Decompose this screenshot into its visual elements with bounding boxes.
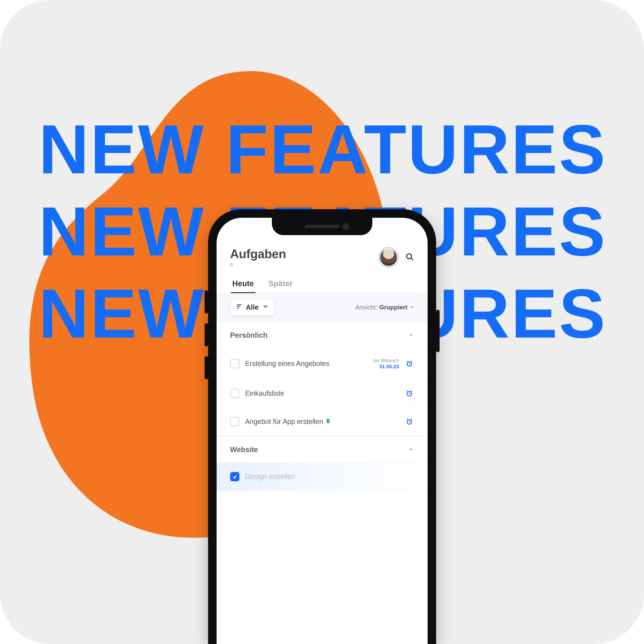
chevron-up-icon — [408, 446, 414, 453]
promo-card: NEW FEATURES NEW FEATURES NEW FEATURES A… — [0, 0, 644, 644]
section-header-website[interactable]: Website — [217, 436, 428, 463]
filter-label: Alle — [246, 303, 259, 311]
attachment-icon — [325, 418, 331, 426]
chevron-down-icon — [262, 303, 269, 311]
svg-line-1 — [411, 258, 413, 260]
search-icon[interactable] — [406, 253, 414, 262]
section-header-personal[interactable]: Persönlich — [217, 322, 428, 348]
alarm-icon[interactable] — [405, 417, 414, 426]
tabs: Heute Später — [230, 276, 414, 293]
chevron-down-icon — [409, 305, 414, 310]
front-camera — [343, 223, 349, 230]
alarm-icon[interactable] — [405, 359, 414, 368]
avatar[interactable] — [378, 247, 399, 268]
view-toggle[interactable]: Ansicht: Gruppiert — [355, 304, 414, 311]
task-title: Angebot für App erstellen — [245, 418, 399, 426]
filter-bar: Alle Ansicht: Gruppiert — [217, 293, 428, 322]
due-date: 31.05.23 — [373, 363, 399, 370]
task-checkbox[interactable] — [230, 389, 239, 398]
speaker-slot — [305, 225, 339, 228]
svg-line-14 — [411, 391, 412, 391]
svg-line-21 — [411, 419, 412, 419]
svg-line-9 — [411, 361, 412, 362]
section-title: Persönlich — [230, 331, 268, 339]
svg-line-20 — [407, 419, 408, 419]
hero-line-1: NEW FEATURES — [39, 108, 605, 190]
svg-rect-16 — [327, 421, 329, 422]
task-due: bis Mittwoch 31.05.23 — [373, 358, 399, 370]
section-website: Website Design erstellen — [217, 436, 428, 491]
app-content: Aufgaben 6 Heute Später — [217, 218, 428, 644]
task-title: Design erstellen — [245, 473, 414, 481]
due-label: bis Mittwoch — [373, 358, 399, 363]
task-row[interactable]: Einkaufsliste — [217, 379, 428, 408]
task-checkbox-checked[interactable] — [230, 472, 239, 481]
svg-line-8 — [407, 361, 408, 362]
task-row[interactable]: Design erstellen — [217, 463, 428, 491]
page-title: Aufgaben — [230, 247, 286, 261]
task-text: Angebot für App erstellen — [245, 418, 323, 426]
view-label: Ansicht: — [355, 304, 377, 311]
svg-line-13 — [407, 391, 408, 391]
chevron-up-icon — [408, 332, 414, 339]
section-title: Website — [230, 446, 258, 454]
task-row[interactable]: Erstellung eines Angebotes bis Mittwoch … — [217, 348, 428, 379]
task-count: 6 — [230, 262, 286, 268]
task-checkbox[interactable] — [230, 359, 239, 368]
phone-screen: Aufgaben 6 Heute Später — [217, 218, 428, 644]
svg-rect-15 — [327, 421, 329, 421]
task-checkbox[interactable] — [230, 417, 239, 426]
tab-today[interactable]: Heute — [231, 276, 255, 293]
task-title: Erstellung eines Angebotes — [245, 360, 368, 368]
filter-sort-icon — [236, 303, 242, 311]
alarm-icon[interactable] — [405, 389, 414, 398]
phone-notch — [272, 218, 372, 235]
title-block: Aufgaben 6 — [230, 247, 286, 268]
filter-chip[interactable]: Alle — [230, 299, 275, 316]
task-row[interactable]: Angebot für App erstellen — [217, 408, 428, 436]
tab-later[interactable]: Später — [267, 276, 294, 293]
view-value: Gruppiert — [379, 304, 407, 311]
svg-point-0 — [407, 254, 412, 259]
app-header: Aufgaben 6 — [230, 247, 414, 276]
section-personal: Persönlich Erstellung eines Angebotes bi… — [217, 322, 428, 436]
task-title: Einkaufsliste — [245, 389, 399, 397]
phone-frame: Aufgaben 6 Heute Später — [208, 209, 436, 644]
